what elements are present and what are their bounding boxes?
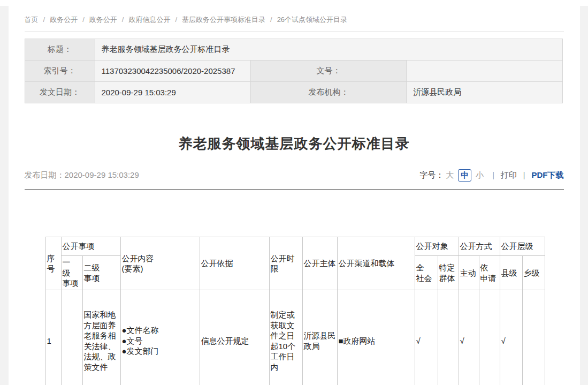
breadcrumb: 首页/政务公开/政务公开/政府信息公开/基层政务公开事项标准目录/26个试点领域… (25, 6, 564, 32)
article-meta-row: 发布日期：2020-09-29 15:03:29 字号： 大 中 小 | 打印 … (25, 167, 564, 183)
catalog-header-row-1: 序 号 公开事项 公开内容 (要素) 公开依据 公开时 限 公开主体 公开渠道和… (45, 237, 545, 256)
breadcrumb-item-home[interactable]: 首页 (25, 16, 39, 24)
header-basis: 公开依据 (200, 237, 269, 290)
publish-date: 发布日期：2020-09-29 15:03:29 (25, 170, 139, 180)
meta-issuer-label: 发布机构： (250, 82, 406, 103)
catalog-row-1: 1 国家和地方层面养老服务相关法律、法规、政策文件 ●文件名称 ●文号 ●发文部… (45, 290, 545, 385)
cell-audience-specific (438, 290, 459, 385)
cell-method-active: √ (459, 290, 479, 385)
meta-row-title: 标题： 养老服务领域基层政务公开标准目录 (25, 39, 562, 61)
meta-index-value: 113703230042235006/2020-2025387 (95, 61, 250, 82)
header-level-group: 公开层级 (500, 237, 545, 256)
meta-doc-number-value (407, 61, 562, 82)
header-channel: 公开渠道和载体 (337, 237, 415, 290)
content-container: 首页/政务公开/政务公开/政府信息公开/基层政务公开事项标准目录/26个试点领域… (9, 6, 580, 385)
breadcrumb-item-standard-catalog[interactable]: 基层政务公开事项标准目录 (182, 16, 265, 24)
header-audience-specific: 特定 群体 (438, 256, 459, 290)
breadcrumb-item-gov-info[interactable]: 政府信息公开 (128, 16, 170, 24)
print-button[interactable]: 打印 (501, 170, 517, 180)
cell-audience-all: √ (415, 290, 438, 385)
cell-content: ●文件名称 ●文号 ●发文部门 (120, 290, 200, 385)
header-content: 公开内容 (要素) (120, 237, 200, 290)
site-top-band (0, 0, 588, 6)
meta-issue-date-label: 发文日期： (25, 82, 95, 103)
breadcrumb-separator: / (82, 16, 85, 24)
disclosure-catalog-table: 序 号 公开事项 公开内容 (要素) 公开依据 公开时 限 公开主体 公开渠道和… (45, 237, 545, 385)
breadcrumb-item-pilot-catalog[interactable]: 26个试点领域公开目录 (277, 16, 347, 24)
cell-time-limit: 制定或获取文件之日起10个工作日内 (269, 290, 302, 385)
toolbar-divider: | (523, 171, 525, 179)
breadcrumb-item-zwgk-1[interactable]: 政务公开 (50, 16, 78, 24)
breadcrumb-separator: / (270, 16, 272, 24)
font-size-medium-button[interactable]: 中 (458, 169, 471, 182)
publish-date-value: 2020-09-29 15:03:29 (65, 170, 139, 179)
page-title: 养老服务领域基层政务公开标准目录 (25, 134, 564, 153)
cell-level-county: √ (500, 290, 522, 385)
meta-index-label: 索引号： (25, 61, 95, 82)
header-level-township: 乡级 (522, 256, 545, 290)
header-method-active: 主动 (459, 256, 479, 290)
breadcrumb-item-zwgk-2[interactable]: 政务公开 (89, 16, 117, 24)
header-time-limit: 公开时 限 (269, 237, 302, 290)
cell-seq: 1 (45, 290, 61, 385)
breadcrumb-separator: / (122, 16, 124, 24)
breadcrumb-separator: / (175, 16, 177, 24)
document-meta-table: 标题： 养老服务领域基层政务公开标准目录 索引号： 11370323004223… (25, 39, 563, 103)
breadcrumb-separator: / (43, 16, 45, 24)
cell-level2: 国家和地方层面养老服务相关法律、法规、政策文件 (82, 290, 120, 385)
meta-issuer-value: 沂源县民政局 (407, 82, 562, 103)
header-level2: 二级 事项 (82, 256, 120, 290)
meta-title-label: 标题： (25, 39, 95, 61)
header-seq: 序 号 (45, 237, 61, 290)
cell-method-on-request (479, 290, 500, 385)
article-toolbar: 字号： 大 中 小 | 打印 | PDF下载 (419, 169, 563, 182)
cell-level1 (61, 290, 82, 385)
header-matter-group: 公开事项 (61, 237, 120, 256)
cell-basis: 信息公开规定 (200, 290, 269, 385)
cell-level-township (522, 290, 545, 385)
cell-subject: 沂源县民政局 (302, 290, 337, 385)
font-size-small-button[interactable]: 小 (476, 170, 484, 180)
header-method-group: 公开方式 (459, 237, 500, 256)
publish-date-label: 发布日期： (25, 170, 65, 179)
font-size-label: 字号： (419, 170, 444, 180)
catalog-table-wrap: 序 号 公开事项 公开内容 (要素) 公开依据 公开时 限 公开主体 公开渠道和… (45, 237, 564, 385)
header-method-on-request: 依 申请 (479, 256, 500, 290)
header-subject: 公开主体 (302, 237, 337, 290)
meta-doc-number-label: 文号： (250, 61, 406, 82)
meta-row-index: 索引号： 113703230042235006/2020-2025387 文号： (25, 61, 562, 82)
meta-issue-date-value: 2020-09-29 15:03:29 (95, 82, 250, 103)
header-audience-group: 公开对象 (415, 237, 459, 256)
pdf-download-button[interactable]: PDF下载 (532, 170, 564, 180)
meta-title-value: 养老服务领域基层政务公开标准目录 (95, 39, 562, 61)
header-level-county: 县级 (500, 256, 522, 290)
cell-channel: ■政府网站 (337, 290, 415, 385)
header-audience-all: 全 社会 (415, 256, 438, 290)
header-level1: 一 级 事项 (61, 256, 82, 290)
font-size-large-button[interactable]: 大 (446, 170, 454, 180)
meta-row-date: 发文日期： 2020-09-29 15:03:29 发布机构： 沂源县民政局 (25, 82, 562, 103)
title-divider (25, 189, 564, 190)
toolbar-divider: | (492, 171, 494, 179)
